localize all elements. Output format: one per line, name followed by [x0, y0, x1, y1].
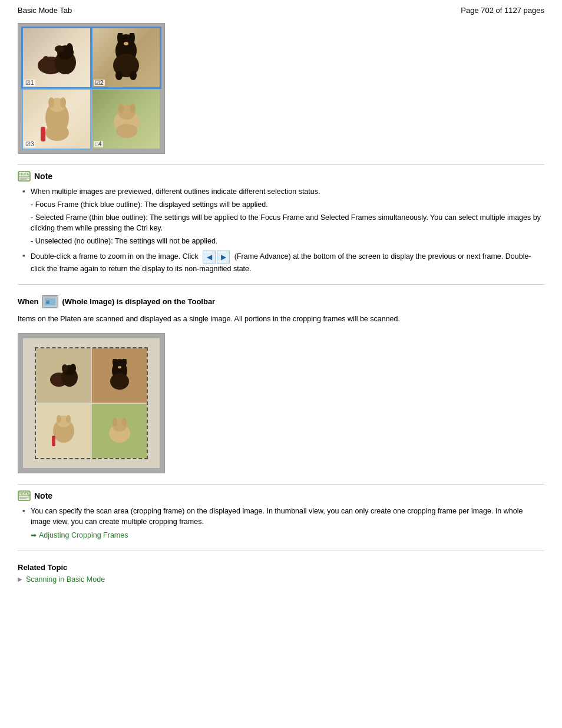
whole-image-section: When ⊞ (Whole Image) is displayed on the…	[18, 295, 544, 473]
svg-point-11	[115, 71, 123, 80]
note-text-3: You can specify the scan area (cropping …	[31, 506, 544, 528]
svg-point-16	[48, 97, 54, 108]
dog-image-1	[23, 28, 90, 87]
svg-point-5	[42, 56, 49, 65]
collage-grid	[36, 348, 147, 458]
prev-frame-button[interactable]: ◀	[203, 251, 216, 263]
dog-image-2	[92, 28, 160, 87]
note-text-1c: - Selected Frame (thin blue outline): Th…	[31, 212, 544, 235]
page-header: Basic Mode Tab Page 702 of 1127 pages	[18, 6, 544, 15]
svg-point-12	[130, 71, 137, 80]
next-frame-button[interactable]: ▶	[217, 251, 230, 263]
triangle-icon: ▶	[18, 576, 22, 582]
thumbnail-cell-2[interactable]: ☑2	[92, 28, 160, 87]
scanner-bed	[23, 338, 160, 468]
thumb-label-4: □4	[94, 141, 103, 147]
thumbnail-cell-1[interactable]: ☑1	[23, 28, 90, 87]
thumbnail-cell-3[interactable]: ☑3	[23, 90, 90, 149]
note-list-item-2: Double-click a frame to zoom in on the i…	[22, 251, 544, 275]
whole-image-toolbar-icon: ⊞	[42, 295, 58, 308]
scanning-basic-mode-link[interactable]: ▶ Scanning in Basic Mode	[18, 575, 544, 584]
collage-dog-1	[47, 361, 80, 390]
note-icon-2: NOTE	[18, 490, 31, 501]
svg-point-23	[130, 104, 135, 113]
dog-svg-1	[33, 36, 80, 80]
note-header-1: NOTE Note	[18, 171, 544, 182]
collage-cell-2	[92, 348, 147, 403]
note-text-1b: - Focus Frame (thick blue outline): The …	[31, 199, 544, 210]
adjusting-cropping-link[interactable]: ➡ Adjusting Cropping Frames	[31, 530, 544, 541]
collage-cell-3	[36, 404, 91, 458]
adjusting-cropping-frames-link[interactable]: Adjusting Cropping Frames	[39, 530, 128, 541]
dashed-crop-frame	[35, 347, 148, 459]
svg-rect-49	[52, 436, 55, 446]
dog-image-4	[92, 90, 160, 149]
note-title-1: Note	[34, 172, 52, 181]
collage-dog-2	[105, 359, 134, 391]
svg-text:⊞: ⊞	[46, 299, 49, 304]
heading-after: (Whole Image) is displayed on the Toolba…	[62, 297, 215, 306]
svg-point-44	[118, 366, 121, 368]
svg-rect-18	[41, 127, 45, 141]
note-section-1: NOTE Note When multiple images are previ…	[18, 164, 544, 285]
svg-point-4	[66, 43, 73, 55]
note-text-1d: - Unselected (no outline): The settings …	[31, 236, 544, 247]
svg-text:NOTE: NOTE	[19, 172, 29, 176]
whole-image-icon: ⊞	[42, 295, 58, 308]
whole-image-heading: When ⊞ (Whole Image) is displayed on the…	[18, 295, 544, 308]
thumb-label-3: ☑3	[24, 141, 35, 147]
whole-image-container	[18, 333, 165, 473]
svg-point-52	[113, 418, 117, 426]
note-list-1: When multiple images are previewed, diff…	[18, 186, 544, 275]
related-topic-title: Related Topic	[18, 563, 544, 572]
dog-image-3	[23, 90, 90, 149]
frame-advance-buttons: ◀ ▶	[203, 251, 230, 263]
whole-image-inner	[23, 338, 160, 468]
note-text-2a: Double-click a frame to zoom in on the i…	[31, 252, 200, 261]
scanning-in-basic-mode-link[interactable]: Scanning in Basic Mode	[26, 575, 105, 584]
whole-image-body: Items on the Platen are scanned and disp…	[18, 313, 544, 325]
note-svg-icon-1: NOTE	[18, 171, 31, 182]
svg-point-3	[55, 45, 64, 52]
note-header-2: NOTE Note	[18, 490, 544, 501]
svg-point-19	[45, 124, 69, 141]
svg-point-38	[70, 364, 76, 373]
note-title-2: Note	[34, 491, 52, 500]
svg-point-43	[110, 373, 129, 390]
note-text-1a: When multiple images are previewed, diff…	[31, 186, 544, 197]
dog-svg-3	[35, 94, 79, 144]
svg-point-13	[124, 42, 128, 45]
svg-point-47	[57, 415, 61, 423]
thumb-label-1: ☑1	[24, 80, 35, 86]
page-info: Page 702 of 1127 pages	[461, 6, 544, 15]
svg-point-17	[60, 97, 66, 108]
heading-when: When	[18, 297, 38, 306]
collage-dog-4	[105, 414, 134, 447]
related-topic-section: Related Topic ▶ Scanning in Basic Mode	[18, 563, 544, 584]
svg-point-22	[118, 104, 124, 113]
svg-text:NOTE: NOTE	[19, 492, 29, 495]
note-section-2: NOTE Note You can specify the scan area …	[18, 484, 544, 551]
thumbnail-cell-4[interactable]: □4	[92, 90, 160, 149]
arrow-icon: ➡	[31, 530, 37, 541]
note-list-2: You can specify the scan area (cropping …	[18, 506, 544, 541]
svg-point-53	[122, 418, 127, 426]
collage-cell-4	[92, 404, 147, 458]
collage-cell-1	[36, 348, 91, 403]
dog-svg-2	[103, 33, 150, 83]
dog-svg-4	[104, 95, 148, 143]
svg-point-48	[66, 415, 71, 423]
thumbnail-grid-container: ☑1 ☑2	[18, 23, 165, 154]
note-list-item-1: When multiple images are previewed, diff…	[22, 186, 544, 247]
thumbnail-grid: ☑1 ☑2	[23, 28, 160, 149]
svg-point-37	[62, 364, 68, 373]
collage-dog-3	[49, 414, 78, 447]
note-icon-1: NOTE	[18, 171, 31, 182]
svg-point-24	[116, 124, 137, 138]
note-svg-icon-2: NOTE	[18, 490, 31, 501]
page-title: Basic Mode Tab	[18, 6, 72, 15]
note-list-item-3: You can specify the scan area (cropping …	[22, 506, 544, 541]
thumb-label-2: ☑2	[94, 80, 105, 86]
